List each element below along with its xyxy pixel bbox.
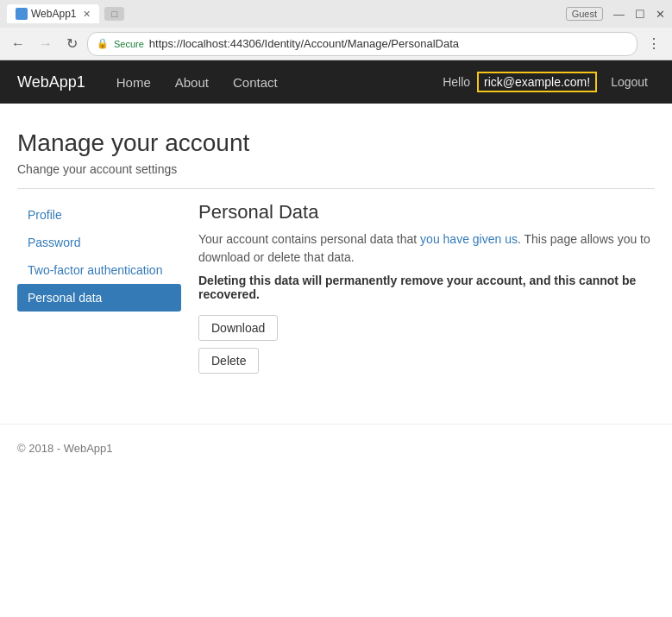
nav-user-email[interactable]: rick@example.com! [477, 72, 597, 92]
footer: © 2018 - WebApp1 [0, 424, 672, 472]
nav-hello-text: Hello [443, 75, 470, 89]
section-title: Personal Data [198, 201, 655, 224]
minimize-button[interactable]: — [613, 8, 625, 21]
titlebar-left: WebApp1 ✕ □ [7, 4, 124, 23]
maximize-button[interactable]: ☐ [635, 8, 645, 21]
sidebar-two-factor[interactable]: Two-factor authentication [17, 256, 181, 284]
warning-text: Deleting this data will permanently remo… [198, 274, 655, 301]
download-button[interactable]: Download [198, 315, 278, 341]
tab-favicon [16, 8, 28, 20]
browser-toolbar: ← → ↻ 🔒 Secure https://localhost:44306/I… [0, 28, 672, 60]
nav-right: Hello rick@example.com! Logout [443, 72, 655, 92]
window-controls: Guest — ☐ ✕ [566, 7, 665, 21]
nav-home[interactable]: Home [106, 68, 161, 97]
os-titlebar: WebApp1 ✕ □ Guest — ☐ ✕ [0, 0, 672, 28]
info-text-highlight: you have given us [420, 232, 518, 246]
user-badge: Guest [566, 7, 603, 21]
browser-menu-button[interactable]: ⋮ [643, 34, 665, 54]
new-tab-button[interactable]: □ [104, 7, 124, 21]
info-text-part1: Your account contains personal data that [198, 232, 420, 246]
nav-logout-link[interactable]: Logout [604, 72, 655, 92]
content-area: Personal Data Your account contains pers… [198, 201, 655, 381]
refresh-button[interactable]: ↻ [62, 34, 82, 54]
nav-contact[interactable]: Contact [223, 68, 288, 97]
main-content: Manage your account Change your account … [0, 104, 672, 406]
sidebar-personal-data[interactable]: Personal data [17, 284, 181, 312]
url-text: https://localhost:44306/Identity/Account… [149, 37, 628, 50]
layout: Profile Password Two-factor authenticati… [17, 201, 655, 381]
sidebar-password[interactable]: Password [17, 229, 181, 256]
secure-label: Secure [114, 39, 144, 49]
tab-close-button[interactable]: ✕ [83, 9, 91, 20]
page-subtitle: Change your account settings [17, 162, 655, 176]
close-button[interactable]: ✕ [656, 8, 665, 21]
app-brand: WebApp1 [17, 73, 85, 91]
app-navbar: WebApp1 Home About Contact Hello rick@ex… [0, 60, 672, 104]
divider-top [17, 188, 655, 189]
back-button[interactable]: ← [7, 35, 29, 54]
delete-button[interactable]: Delete [198, 348, 259, 374]
nav-links: Home About Contact [106, 68, 443, 97]
browser-tab[interactable]: WebApp1 ✕ [7, 4, 99, 23]
page-title: Manage your account [17, 129, 655, 157]
lock-icon: 🔒 [97, 38, 109, 49]
tab-title: WebApp1 [31, 8, 76, 20]
address-bar[interactable]: 🔒 Secure https://localhost:44306/Identit… [87, 32, 637, 56]
nav-about[interactable]: About [165, 68, 219, 97]
sidebar-profile[interactable]: Profile [17, 201, 181, 229]
forward-button[interactable]: → [35, 35, 57, 54]
info-text: Your account contains personal data that… [198, 230, 655, 267]
sidebar: Profile Password Two-factor authenticati… [17, 201, 198, 381]
footer-text: © 2018 - WebApp1 [17, 442, 113, 455]
